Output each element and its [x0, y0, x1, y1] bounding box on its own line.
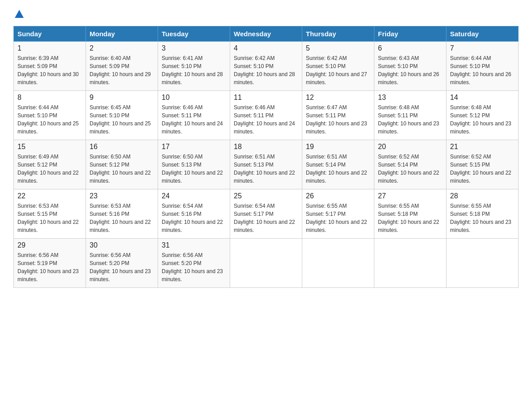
- calendar-cell: 22Sunrise: 6:53 AMSunset: 5:15 PMDayligh…: [14, 189, 86, 239]
- day-info: Sunrise: 6:55 AMSunset: 5:17 PMDaylight:…: [306, 202, 370, 234]
- calendar-cell: 28Sunrise: 6:55 AMSunset: 5:18 PMDayligh…: [446, 189, 519, 239]
- day-info: Sunrise: 6:55 AMSunset: 5:18 PMDaylight:…: [450, 202, 515, 234]
- calendar-cell: 2Sunrise: 6:40 AMSunset: 5:09 PMDaylight…: [86, 42, 158, 91]
- logo-triangle-icon: [15, 10, 24, 18]
- calendar-cell: 11Sunrise: 6:46 AMSunset: 5:11 PMDayligh…: [230, 91, 302, 140]
- calendar-table: SundayMondayTuesdayWednesdayThursdayFrid…: [13, 26, 519, 288]
- day-info: Sunrise: 6:54 AMSunset: 5:17 PMDaylight:…: [234, 202, 298, 234]
- day-number: 16: [90, 143, 154, 151]
- day-info: Sunrise: 6:48 AMSunset: 5:11 PMDaylight:…: [378, 103, 442, 136]
- day-info: Sunrise: 6:53 AMSunset: 5:15 PMDaylight:…: [17, 202, 82, 234]
- header-sunday: Sunday: [14, 26, 86, 42]
- day-number: 3: [162, 44, 226, 52]
- calendar-cell: [446, 239, 519, 288]
- day-number: 24: [162, 192, 226, 200]
- day-info: Sunrise: 6:50 AMSunset: 5:13 PMDaylight:…: [162, 153, 226, 185]
- day-number: 28: [450, 192, 515, 200]
- day-info: Sunrise: 6:49 AMSunset: 5:12 PMDaylight:…: [17, 153, 82, 185]
- day-number: 14: [450, 94, 515, 102]
- calendar-cell: 8Sunrise: 6:44 AMSunset: 5:10 PMDaylight…: [14, 91, 86, 140]
- day-number: 25: [234, 192, 298, 200]
- day-info: Sunrise: 6:44 AMSunset: 5:10 PMDaylight:…: [450, 54, 515, 86]
- day-number: 27: [378, 192, 442, 200]
- calendar-header-row: SundayMondayTuesdayWednesdayThursdayFrid…: [14, 26, 519, 42]
- day-number: 9: [90, 94, 154, 102]
- day-number: 23: [90, 192, 154, 200]
- calendar-cell: 6Sunrise: 6:43 AMSunset: 5:10 PMDaylight…: [374, 42, 446, 91]
- calendar-cell: 5Sunrise: 6:42 AMSunset: 5:10 PMDaylight…: [302, 42, 374, 91]
- day-info: Sunrise: 6:48 AMSunset: 5:12 PMDaylight:…: [450, 103, 515, 136]
- day-number: 21: [450, 143, 515, 151]
- day-info: Sunrise: 6:56 AMSunset: 5:20 PMDaylight:…: [90, 251, 154, 283]
- header-saturday: Saturday: [446, 26, 519, 42]
- header-tuesday: Tuesday: [158, 26, 230, 42]
- header-wednesday: Wednesday: [230, 26, 302, 42]
- day-number: 12: [306, 94, 370, 102]
- calendar-cell: 4Sunrise: 6:42 AMSunset: 5:10 PMDaylight…: [230, 42, 302, 91]
- calendar-cell: 24Sunrise: 6:54 AMSunset: 5:16 PMDayligh…: [158, 189, 230, 239]
- day-number: 8: [17, 94, 82, 102]
- day-info: Sunrise: 6:55 AMSunset: 5:18 PMDaylight:…: [378, 202, 442, 234]
- day-info: Sunrise: 6:51 AMSunset: 5:14 PMDaylight:…: [306, 153, 370, 185]
- day-info: Sunrise: 6:40 AMSunset: 5:09 PMDaylight:…: [90, 54, 154, 86]
- day-number: 31: [162, 241, 226, 249]
- day-info: Sunrise: 6:42 AMSunset: 5:10 PMDaylight:…: [306, 54, 370, 86]
- day-number: 1: [17, 44, 82, 52]
- calendar-cell: 1Sunrise: 6:39 AMSunset: 5:09 PMDaylight…: [14, 42, 86, 91]
- calendar-cell: 12Sunrise: 6:47 AMSunset: 5:11 PMDayligh…: [302, 91, 374, 140]
- day-info: Sunrise: 6:52 AMSunset: 5:14 PMDaylight:…: [378, 153, 442, 185]
- day-number: 19: [306, 143, 370, 151]
- day-number: 5: [306, 44, 370, 52]
- day-number: 20: [378, 143, 442, 151]
- header-friday: Friday: [374, 26, 446, 42]
- day-info: Sunrise: 6:56 AMSunset: 5:19 PMDaylight:…: [17, 251, 82, 283]
- svg-marker-0: [15, 10, 24, 18]
- day-info: Sunrise: 6:43 AMSunset: 5:10 PMDaylight:…: [378, 54, 442, 86]
- day-number: 11: [234, 94, 298, 102]
- calendar-cell: 16Sunrise: 6:50 AMSunset: 5:12 PMDayligh…: [86, 140, 158, 189]
- day-number: 4: [234, 44, 298, 52]
- day-number: 13: [378, 94, 442, 102]
- calendar-cell: 26Sunrise: 6:55 AMSunset: 5:17 PMDayligh…: [302, 189, 374, 239]
- calendar-cell: 7Sunrise: 6:44 AMSunset: 5:10 PMDaylight…: [446, 42, 519, 91]
- day-info: Sunrise: 6:51 AMSunset: 5:13 PMDaylight:…: [234, 153, 298, 185]
- calendar-cell: 13Sunrise: 6:48 AMSunset: 5:11 PMDayligh…: [374, 91, 446, 140]
- day-number: 30: [90, 241, 154, 249]
- logo: [13, 9, 24, 17]
- calendar-cell: 21Sunrise: 6:52 AMSunset: 5:15 PMDayligh…: [446, 140, 519, 189]
- page-header: [13, 9, 519, 17]
- calendar-cell: 17Sunrise: 6:50 AMSunset: 5:13 PMDayligh…: [158, 140, 230, 189]
- calendar-week-row: 29Sunrise: 6:56 AMSunset: 5:19 PMDayligh…: [14, 239, 519, 288]
- day-info: Sunrise: 6:47 AMSunset: 5:11 PMDaylight:…: [306, 103, 370, 136]
- calendar-cell: 23Sunrise: 6:53 AMSunset: 5:16 PMDayligh…: [86, 189, 158, 239]
- header-monday: Monday: [86, 26, 158, 42]
- calendar-cell: [230, 239, 302, 288]
- day-info: Sunrise: 6:45 AMSunset: 5:10 PMDaylight:…: [90, 103, 154, 136]
- day-info: Sunrise: 6:41 AMSunset: 5:10 PMDaylight:…: [162, 54, 226, 86]
- calendar-cell: 18Sunrise: 6:51 AMSunset: 5:13 PMDayligh…: [230, 140, 302, 189]
- day-info: Sunrise: 6:42 AMSunset: 5:10 PMDaylight:…: [234, 54, 298, 86]
- calendar-cell: 9Sunrise: 6:45 AMSunset: 5:10 PMDaylight…: [86, 91, 158, 140]
- calendar-cell: 30Sunrise: 6:56 AMSunset: 5:20 PMDayligh…: [86, 239, 158, 288]
- day-info: Sunrise: 6:44 AMSunset: 5:10 PMDaylight:…: [17, 103, 82, 136]
- calendar-cell: [374, 239, 446, 288]
- day-number: 7: [450, 44, 515, 52]
- day-info: Sunrise: 6:39 AMSunset: 5:09 PMDaylight:…: [17, 54, 82, 86]
- calendar-cell: 29Sunrise: 6:56 AMSunset: 5:19 PMDayligh…: [14, 239, 86, 288]
- day-info: Sunrise: 6:46 AMSunset: 5:11 PMDaylight:…: [234, 103, 298, 136]
- day-number: 10: [162, 94, 226, 102]
- day-number: 2: [90, 44, 154, 52]
- calendar-cell: 27Sunrise: 6:55 AMSunset: 5:18 PMDayligh…: [374, 189, 446, 239]
- day-number: 6: [378, 44, 442, 52]
- calendar-cell: 20Sunrise: 6:52 AMSunset: 5:14 PMDayligh…: [374, 140, 446, 189]
- calendar-week-row: 1Sunrise: 6:39 AMSunset: 5:09 PMDaylight…: [14, 42, 519, 91]
- day-info: Sunrise: 6:46 AMSunset: 5:11 PMDaylight:…: [162, 103, 226, 136]
- calendar-week-row: 8Sunrise: 6:44 AMSunset: 5:10 PMDaylight…: [14, 91, 519, 140]
- day-number: 18: [234, 143, 298, 151]
- calendar-cell: 25Sunrise: 6:54 AMSunset: 5:17 PMDayligh…: [230, 189, 302, 239]
- day-number: 29: [17, 241, 82, 249]
- calendar-cell: 10Sunrise: 6:46 AMSunset: 5:11 PMDayligh…: [158, 91, 230, 140]
- day-number: 17: [162, 143, 226, 151]
- calendar-cell: [302, 239, 374, 288]
- calendar-week-row: 22Sunrise: 6:53 AMSunset: 5:15 PMDayligh…: [14, 189, 519, 239]
